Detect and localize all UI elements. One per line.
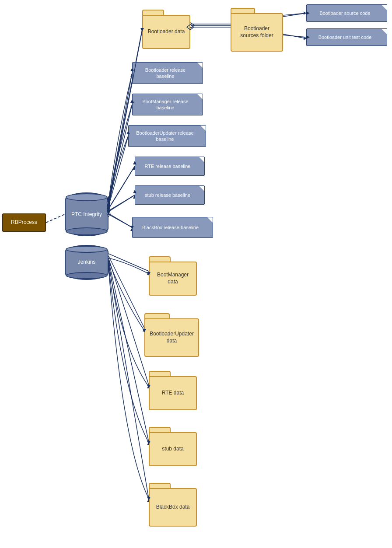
svg-line-34 (46, 214, 65, 223)
svg-line-12 (108, 136, 128, 206)
jenkins-label: Jenkins (78, 259, 96, 266)
svg-line-16 (108, 195, 135, 211)
svg-line-26 (108, 260, 149, 442)
blackbox-data-label: BlackBox data (156, 504, 190, 511)
diagram-container: RBProcess PTC Integrity Jenkins Bootload… (0, 0, 392, 548)
bootloaderupdater-data-label: BootloaderUpdater data (149, 331, 195, 344)
svg-line-39 (283, 35, 306, 37)
bootmanager-release-node: BootManager release baseline (132, 94, 203, 115)
rbprocess-label: RBProcess (11, 219, 37, 226)
rte-release-node: RTE release baseline (135, 157, 205, 176)
bootloader-data-label: Bootloader data (148, 28, 185, 35)
bootloader-release-node: Bootloader release baseline (132, 62, 203, 84)
stub-release-label: stub release baseline (141, 190, 198, 200)
svg-line-48 (108, 195, 135, 212)
svg-line-14 (108, 166, 135, 209)
svg-line-4 (283, 13, 306, 15)
svg-line-6 (283, 34, 306, 38)
bootloader-source-code-node: Bootloader source code (306, 4, 387, 22)
svg-line-18 (108, 213, 132, 227)
bootloader-unit-test-label: Bootloader unit test code (315, 32, 379, 42)
jenkins-node: Jenkins (65, 245, 108, 280)
svg-line-28 (108, 262, 149, 499)
bootloaderupdater-data-node: BootloaderUpdater data (144, 313, 199, 357)
rte-data-label: RTE data (162, 390, 184, 397)
bootloader-release-label: Bootloader release baseline (133, 65, 203, 81)
rte-release-label: RTE release baseline (141, 161, 199, 171)
rte-data-node: RTE data (149, 371, 197, 410)
stub-release-node: stub release baseline (135, 185, 205, 205)
bootloader-source-code-label: Bootloader source code (316, 8, 377, 18)
bootmanager-data-label: BootManager data (153, 272, 192, 285)
svg-line-20 (108, 254, 149, 271)
rbprocess-node: RBProcess (2, 213, 46, 232)
blackbox-release-label: BlackBox release baseline (139, 223, 206, 232)
bootloader-sources-label: Bootloader sources folder (235, 25, 279, 39)
svg-line-24 (108, 258, 149, 385)
stub-data-label: stub data (162, 446, 183, 453)
svg-line-41 (108, 31, 142, 206)
bootmanager-data-node: BootManager data (149, 256, 197, 296)
bootloaderupdater-release-label: BootloaderUpdater release baseline (129, 128, 206, 144)
svg-line-10 (108, 105, 132, 204)
blackbox-release-node: BlackBox release baseline (132, 217, 213, 238)
blackbox-data-node: BlackBox data (149, 483, 197, 527)
bootloaderupdater-release-node: BootloaderUpdater release baseline (128, 125, 206, 147)
svg-line-22 (108, 256, 144, 328)
stub-data-node: stub data (149, 427, 197, 466)
bootmanager-release-label: BootManager release baseline (133, 97, 203, 113)
svg-line-46 (108, 166, 135, 209)
svg-line-50 (108, 214, 132, 227)
bootloader-unit-test-node: Bootloader unit test code (306, 28, 387, 46)
svg-line-37 (283, 13, 306, 17)
ptc-integrity-node: PTC Integrity (65, 192, 108, 236)
ptc-integrity-label: PTC Integrity (71, 211, 102, 218)
bootloader-data-node: Bootloader data (142, 10, 190, 49)
bootloader-sources-folder-node: Bootloader sources folder (231, 8, 283, 52)
svg-line-0 (46, 214, 65, 223)
